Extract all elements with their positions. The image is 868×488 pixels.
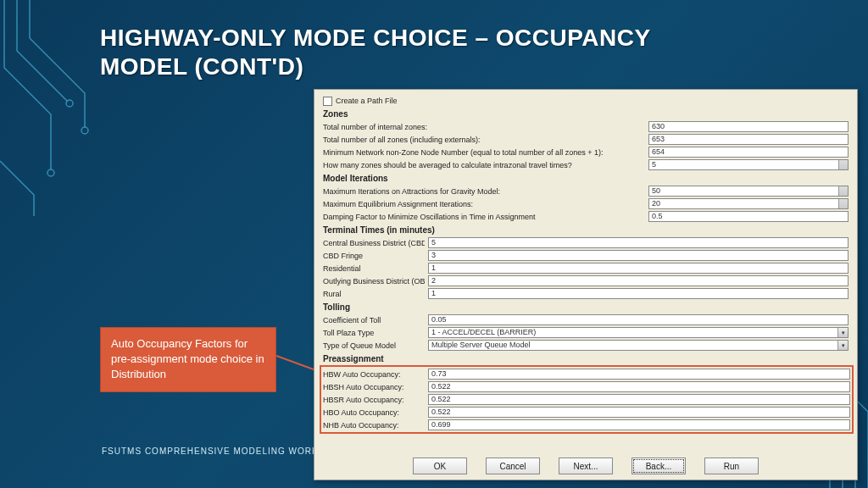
zones-r4-label: How many zones should be averaged to cal… — [323, 161, 645, 169]
pre-r5-field[interactable]: 0.699 — [428, 419, 850, 430]
pre-r4-label: HBO Auto Occupancy: — [323, 408, 425, 417]
toll-r2-label: Toll Plaza Type — [323, 329, 425, 337]
pre-r2-field[interactable]: 0.522 — [428, 381, 850, 392]
zones-r4-field[interactable]: 5 — [648, 159, 849, 170]
tolling-header: Tolling — [323, 302, 849, 312]
svg-point-1 — [66, 100, 73, 107]
callout-box: Auto Occupancy Factors for pre-assignmen… — [100, 327, 276, 392]
iterations-header: Model Iterations — [323, 174, 849, 183]
zones-r1-field[interactable]: 630 — [648, 121, 849, 132]
chevron-down-icon: ▾ — [837, 341, 848, 350]
pre-r3-field[interactable]: 0.522 — [428, 394, 850, 405]
pre-r5-label: NHB Auto Occupancy: — [323, 421, 425, 430]
pre-r1-field[interactable]: 0.73 — [428, 369, 850, 380]
iter-r2-label: Maximum Equilibrium Assignment Iteration… — [323, 200, 645, 208]
create-path-file-row: Create a Path File — [323, 95, 849, 107]
iter-r3-field[interactable]: 0.5 — [648, 211, 849, 222]
create-path-file-checkbox[interactable] — [323, 97, 332, 106]
next-button[interactable]: Next... — [559, 458, 613, 474]
preassignment-highlight-box: HBW Auto Occupancy: 0.73 HBSH Auto Occup… — [320, 365, 854, 434]
zones-r3-label: Minimum Network non-Zone Node Number (eq… — [323, 148, 645, 157]
term-r1-field[interactable]: 5 — [428, 237, 849, 248]
term-r2-label: CBD Fringe — [323, 252, 425, 260]
ok-button[interactable]: OK — [413, 458, 467, 474]
slide-root: HIGHWAY-ONLY MODE CHOICE – OCCUPANCY MOD… — [0, 0, 868, 488]
term-r3-field[interactable]: 1 — [428, 263, 849, 274]
run-button[interactable]: Run — [704, 458, 759, 474]
term-r1-label: Central Business District (CBD) — [323, 239, 425, 247]
svg-point-2 — [81, 127, 88, 134]
cancel-button[interactable]: Cancel — [486, 458, 540, 474]
zones-r2-field[interactable]: 653 — [648, 134, 849, 145]
term-r5-label: Rural — [323, 290, 425, 298]
iter-r1-label: Maximum Iterations on Attractions for Gr… — [323, 187, 645, 196]
term-r5-field[interactable]: 1 — [428, 288, 849, 299]
button-bar: OK Cancel Next... Back... Run — [314, 458, 857, 474]
terminal-header: Terminal Times (in minutes) — [323, 225, 849, 235]
pre-r4-field[interactable]: 0.522 — [428, 407, 850, 418]
toll-r2-field[interactable]: 1 - ACCEL/DECEL (BARRIER)▾ — [428, 327, 849, 338]
toll-r3-field[interactable]: Multiple Server Queue Model▾ — [428, 340, 849, 351]
term-r2-field[interactable]: 3 — [428, 250, 849, 261]
pre-r1-label: HBW Auto Occupancy: — [323, 370, 425, 379]
slide-footer: FSUTMS COMPREHENSIVE MODELING WORKSHOP — [102, 446, 346, 456]
preassign-header: Preassignment — [323, 354, 849, 363]
zones-r3-field[interactable]: 654 — [648, 147, 849, 158]
iter-r1-field[interactable]: 50 — [648, 186, 849, 197]
create-path-file-label: Create a Path File — [336, 97, 398, 105]
toll-r1-field[interactable]: 0.05 — [428, 314, 849, 325]
svg-point-0 — [47, 169, 54, 176]
pre-r3-label: HBSR Auto Occupancy: — [323, 396, 425, 404]
zones-header: Zones — [323, 109, 849, 119]
term-r4-label: Outlying Business District (OBD) — [323, 277, 425, 286]
toll-r1-label: Coefficient of Toll — [323, 316, 425, 324]
toll-r3-label: Type of Queue Model — [323, 341, 425, 350]
iter-r3-label: Damping Factor to Minimize Oscillations … — [323, 213, 645, 221]
chevron-down-icon: ▾ — [837, 328, 848, 337]
term-r3-label: Residential — [323, 264, 425, 273]
back-button[interactable]: Back... — [632, 458, 686, 474]
iter-r2-field[interactable]: 20 — [648, 198, 849, 209]
zones-r2-label: Total number of all zones (including ext… — [323, 136, 645, 144]
settings-dialog: Create a Path File Zones Total number of… — [314, 89, 858, 480]
term-r4-field[interactable]: 2 — [428, 275, 849, 286]
zones-r1-label: Total number of internal zones: — [323, 123, 645, 131]
pre-r2-label: HBSH Auto Occupancy: — [323, 383, 425, 391]
slide-title: HIGHWAY-ONLY MODE CHOICE – OCCUPANCY MOD… — [100, 24, 710, 80]
